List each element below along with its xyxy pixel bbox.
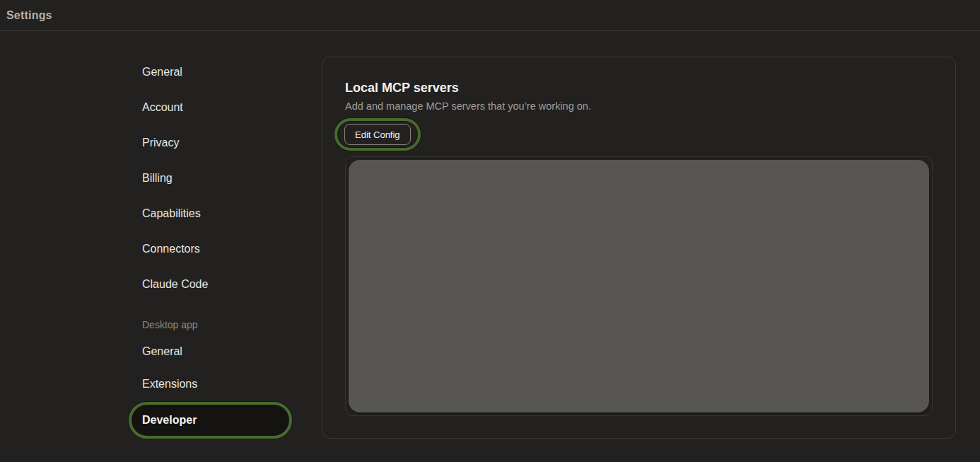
click-highlight-ring: Edit Config [334, 118, 421, 151]
page-title: Settings [6, 9, 52, 22]
sidebar-section-desktop-app: Desktop app [132, 318, 288, 332]
sidebar-item-claude-code[interactable]: Claude Code [132, 270, 288, 299]
settings-topbar: Settings [0, 0, 980, 31]
settings-content: General Account Privacy Billing Capabili… [0, 31, 980, 462]
local-mcp-servers-card: Local MCP servers Add and manage MCP ser… [322, 57, 956, 439]
settings-sidebar: General Account Privacy Billing Capabili… [132, 31, 288, 462]
edit-config-button[interactable]: Edit Config [344, 124, 411, 145]
card-title: Local MCP servers [345, 81, 933, 96]
card-subtitle: Add and manage MCP servers that you’re w… [345, 100, 933, 112]
sidebar-item-extensions[interactable]: Extensions [132, 369, 288, 399]
sidebar-item-desktop-general[interactable]: General [132, 337, 288, 366]
mcp-server-list-container [345, 156, 933, 416]
click-highlight-ring: Developer [129, 402, 292, 439]
sidebar-item-privacy[interactable]: Privacy [132, 128, 288, 158]
sidebar-item-billing[interactable]: Billing [132, 163, 288, 193]
sidebar-item-account[interactable]: Account [132, 93, 288, 122]
settings-main: Local MCP servers Add and manage MCP ser… [288, 31, 980, 462]
sidebar-item-general[interactable]: General [132, 57, 288, 87]
sidebar-item-capabilities[interactable]: Capabilities [132, 199, 288, 229]
sidebar-item-developer[interactable]: Developer [132, 405, 288, 435]
sidebar-item-connectors[interactable]: Connectors [132, 234, 288, 264]
mcp-server-list-placeholder [349, 160, 929, 412]
